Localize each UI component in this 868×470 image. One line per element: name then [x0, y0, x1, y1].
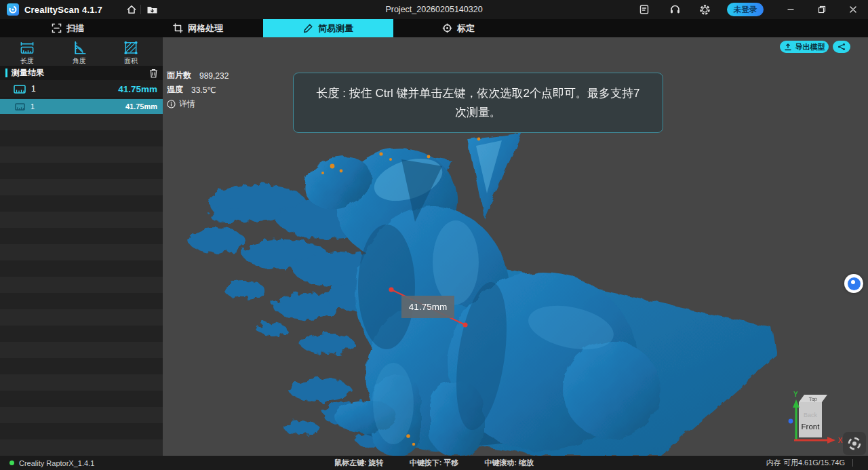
delete-measurements-button[interactable] — [147, 67, 159, 79]
faces-label: 面片数 — [167, 70, 191, 81]
tab-calibration[interactable]: 标定 — [393, 19, 524, 37]
login-button[interactable]: 未登录 — [727, 3, 764, 16]
titlebar-separator — [140, 5, 141, 14]
app-title: CrealityScan 4.1.7 — [24, 5, 102, 15]
fit-view-icon — [847, 436, 862, 451]
mesh-icon — [173, 23, 183, 33]
export-model-button[interactable]: 导出模型 — [780, 41, 829, 53]
empty-result-row — [0, 358, 163, 374]
tabbar: 扫描 网格处理 简易测量 标定 导出模型 — [0, 19, 868, 37]
target-icon — [442, 23, 452, 33]
titlebar: CrealityScan 4.1.7 Project_2026020514032… — [0, 0, 868, 19]
document-icon — [639, 4, 650, 15]
scan-icon — [52, 23, 62, 33]
hint-zoom: 中键滚动: 缩放 — [484, 458, 534, 468]
tool-label: 面积 — [124, 56, 138, 66]
measurement-label-text: 41.75mm — [409, 302, 447, 312]
empty-result-row — [0, 260, 163, 277]
hint-pan: 中键按下: 平移 — [410, 458, 459, 468]
empty-result-row — [0, 293, 163, 309]
support-button[interactable] — [667, 2, 683, 17]
empty-result-row — [0, 326, 163, 342]
mouse-hints: 鼠标左键: 旋转 中键按下: 平移 中键滚动: 缩放 — [0, 456, 868, 470]
hint-rotate: 鼠标左键: 旋转 — [334, 458, 384, 468]
tab-label: 网格处理 — [188, 22, 223, 35]
svg-text:X: X — [838, 437, 843, 444]
statusbar: Creality RaptorX_1.4.1 鼠标左键: 旋转 中键按下: 平移… — [0, 456, 868, 470]
home-button[interactable] — [123, 2, 140, 17]
measure-sidebar: 长度 角度 面积 测量结果 1 41.75mm 1 41.75mm — [0, 37, 163, 456]
open-project-button[interactable] — [144, 2, 160, 17]
nav-cube-top-label: Top — [809, 396, 818, 403]
axis-z-dot — [789, 419, 793, 424]
memory-text: 内存 可用4.61G/15.74G — [766, 458, 845, 468]
share-button[interactable] — [833, 41, 850, 53]
results-title: 测量结果 — [12, 67, 44, 79]
close-icon — [849, 5, 857, 14]
gear-icon — [699, 4, 711, 16]
svg-text:Y: Y — [793, 391, 798, 398]
app-logo-icon — [7, 3, 19, 16]
details-label: 详情 — [179, 98, 195, 110]
accent-bar — [5, 68, 7, 77]
tab-label: 标定 — [457, 22, 475, 35]
empty-result-row — [0, 374, 163, 391]
info-icon — [167, 100, 176, 109]
folder-open-icon — [146, 5, 158, 15]
assistant-button[interactable] — [844, 274, 863, 293]
measurement-index: 1 — [31, 102, 35, 111]
fit-view-button[interactable] — [843, 432, 866, 455]
measure-row-icon — [15, 103, 25, 111]
tool-length[interactable]: 长度 — [5, 40, 50, 66]
nav-cube-back-label: Back — [804, 412, 818, 418]
measurement-value: 41.75mm — [125, 102, 157, 111]
minimize-icon — [787, 5, 795, 14]
measurement-row[interactable]: 1 41.75mm — [0, 80, 163, 98]
tab-mesh-processing[interactable]: 网格处理 — [133, 19, 263, 37]
angle-icon — [71, 40, 87, 56]
empty-result-row — [0, 130, 163, 146]
empty-result-row — [0, 342, 163, 358]
measure-hint-text: 长度 : 按住 Ctrl 键并单击左键，依次选取2个点即可。最多支持7次测量。 — [311, 84, 645, 121]
measure-row-icon — [14, 85, 26, 94]
empty-result-row — [0, 212, 163, 228]
statusbar-divider — [852, 459, 853, 467]
tool-angle[interactable]: 角度 — [57, 40, 102, 66]
empty-result-row — [0, 244, 163, 260]
empty-result-row — [0, 391, 163, 407]
length-ruler-icon — [19, 40, 35, 56]
restore-button[interactable] — [810, 0, 834, 19]
measurement-row-selected[interactable]: 1 41.75mm — [0, 99, 163, 114]
scan-info-overlay: 面片数 989,232 温度 33.5℃ 详情 — [167, 68, 229, 111]
release-notes-button[interactable] — [636, 2, 652, 17]
tab-simple-measure[interactable]: 简易测量 — [263, 19, 393, 37]
empty-result-row — [0, 439, 163, 456]
tab-scan[interactable]: 扫描 — [3, 19, 133, 37]
minimize-button[interactable] — [778, 0, 803, 19]
area-icon — [123, 40, 139, 56]
trash-icon — [149, 68, 158, 78]
empty-result-row — [0, 228, 163, 244]
home-icon — [126, 4, 137, 15]
empty-result-row — [0, 309, 163, 326]
empty-result-row — [0, 146, 163, 163]
faces-value: 989,232 — [199, 71, 229, 81]
close-button[interactable] — [841, 0, 865, 19]
empty-result-row — [0, 114, 163, 130]
temp-value: 33.5℃ — [191, 85, 216, 95]
tool-area[interactable]: 面积 — [108, 40, 153, 66]
settings-button[interactable] — [696, 2, 713, 17]
empty-result-row — [0, 423, 163, 439]
measurement-index: 1 — [31, 84, 36, 94]
login-label: 未登录 — [734, 5, 757, 15]
tool-label: 长度 — [20, 56, 34, 66]
headset-icon — [669, 4, 681, 15]
empty-result-row — [0, 179, 163, 195]
empty-result-row — [0, 163, 163, 179]
details-link[interactable]: 详情 — [167, 97, 229, 111]
nav-cube-front-label: Front — [802, 423, 821, 431]
assistant-icon — [848, 277, 861, 290]
export-icon — [784, 43, 792, 51]
results-header: 测量结果 — [0, 66, 163, 80]
measure-hint-box: 长度 : 按住 Ctrl 键并单击左键，依次选取2个点即可。最多支持7次测量。 — [293, 73, 663, 133]
